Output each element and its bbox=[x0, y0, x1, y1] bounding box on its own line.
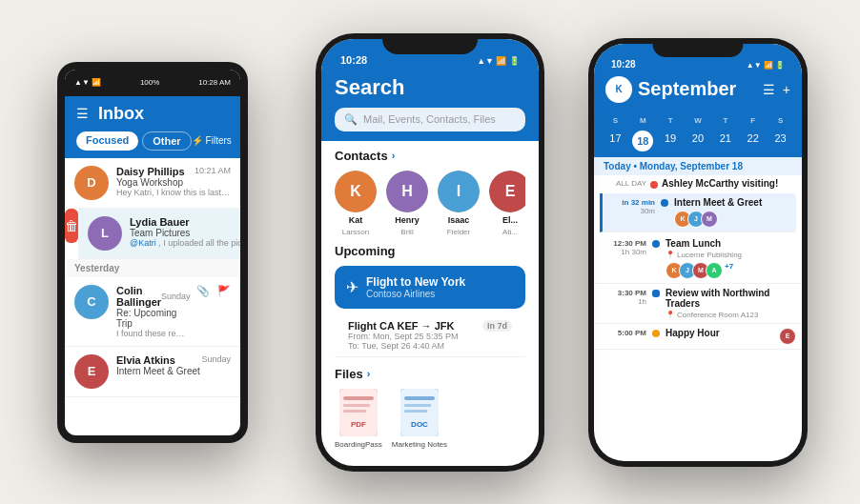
cal-event-body-intern: Intern Meet & Greet K J M bbox=[674, 197, 787, 228]
phone-left-screen: ▲▼ 📶 100% 10:28 AM ☰ Inbox Focused Other… bbox=[65, 70, 240, 435]
flight-badge: In 7d bbox=[482, 320, 512, 332]
avatar-3: M bbox=[701, 211, 718, 228]
file-boarding[interactable]: PDF BoardingPass bbox=[335, 389, 382, 449]
svg-rect-8 bbox=[404, 410, 427, 413]
email-subject-elvia: Intern Meet & Greet bbox=[116, 366, 231, 376]
upcoming-event-info: Flight to New York Contoso Airlines bbox=[366, 275, 465, 299]
tab-other[interactable]: Other bbox=[142, 131, 191, 151]
svg-rect-6 bbox=[404, 396, 435, 400]
file-name-boarding: BoardingPass bbox=[335, 440, 382, 449]
cal-event-lunch[interactable]: 12:30 PM 1h 30m Team Lunch 📍 Lucerne Pub… bbox=[594, 234, 802, 284]
cal-event-intern[interactable]: in 32 min 30m Intern Meet & Greet K J M bbox=[600, 193, 796, 232]
phone-right: 10:28 ▲▼ 📶 🔋 K September ☰ + bbox=[588, 38, 808, 467]
email-content-colin: Colin Ballinger Sunday Re: Upcoming Trip… bbox=[116, 285, 189, 338]
phone-left: ▲▼ 📶 100% 10:28 AM ☰ Inbox Focused Other… bbox=[57, 62, 248, 443]
avatar-colin: C bbox=[74, 285, 109, 319]
contact-el[interactable]: E El... Ati... bbox=[489, 171, 525, 236]
upcoming-flight[interactable]: ✈ Flight to New York Contoso Airlines bbox=[335, 266, 525, 309]
delete-action[interactable]: 🗑 bbox=[65, 209, 78, 243]
email-item-daisy[interactable]: D Daisy Phillips 10:21 AM Yoga Workshop … bbox=[65, 158, 240, 209]
files-chevron[interactable]: › bbox=[367, 368, 371, 379]
svg-rect-7 bbox=[404, 404, 431, 407]
day-f: F bbox=[739, 116, 767, 125]
flight-item[interactable]: Flight CA KEF → JFK In 7d From: Mon, Sep… bbox=[335, 314, 525, 357]
file-name-marketing: Marketing Notes bbox=[392, 440, 447, 449]
contact-name-el: El... bbox=[502, 215, 518, 225]
inbox-filter-bar: Focused Other ⚡ Filters bbox=[65, 131, 240, 158]
contact-lastname-isaac: Fielder bbox=[447, 228, 470, 236]
upcoming-subtitle: Contoso Airlines bbox=[366, 289, 465, 299]
avatar-elvia: E bbox=[74, 354, 109, 389]
date-22[interactable]: 22 bbox=[739, 131, 767, 151]
left-status-battery: 100% bbox=[140, 78, 159, 87]
date-19[interactable]: 19 bbox=[657, 131, 685, 151]
date-23[interactable]: 23 bbox=[767, 131, 794, 151]
contact-name-henry: Henry bbox=[395, 215, 420, 225]
all-day-event[interactable]: ALL DAY Ashley McCarthy visiting! bbox=[594, 175, 802, 192]
email-name: Daisy Phillips bbox=[116, 166, 185, 177]
day-t2: T bbox=[711, 116, 739, 125]
cal-event-happy[interactable]: 5:00 PM Happy Hour E bbox=[594, 324, 802, 350]
cal-time-happy: 5:00 PM bbox=[604, 328, 646, 337]
date-18[interactable]: 18 bbox=[632, 131, 653, 151]
contact-lastname-henry: Brill bbox=[400, 228, 413, 236]
email-name-lydia: Lydia Bauer bbox=[130, 216, 240, 228]
contact-kat[interactable]: K Kat Larsson bbox=[335, 171, 377, 236]
filters-button[interactable]: ⚡ Filters bbox=[192, 135, 232, 146]
lunch-avatar-4: A bbox=[706, 262, 723, 279]
date-17[interactable]: 17 bbox=[602, 131, 629, 151]
cal-today-label: Today • Monday, September 18 bbox=[594, 157, 802, 175]
right-status-icons: ▲▼ 📶 🔋 bbox=[747, 61, 785, 70]
cal-user-avatar[interactable]: K bbox=[605, 76, 632, 103]
cal-event-review[interactable]: 3:30 PM 1h Review with Northwind Traders… bbox=[594, 284, 802, 324]
search-header: Search 🔍 Mail, Events, Contacts, Files bbox=[321, 70, 539, 141]
contact-henry[interactable]: H Henry Brill bbox=[386, 171, 428, 236]
cal-header: K September ☰ + bbox=[594, 72, 802, 116]
hamburger-icon[interactable]: ☰ bbox=[76, 106, 89, 121]
review-location: Conference Room A123 bbox=[677, 311, 758, 319]
files-label: Files › bbox=[335, 367, 525, 381]
cal-month-row: K September bbox=[605, 76, 736, 103]
contact-avatar-kat: K bbox=[335, 171, 377, 212]
cal-time-intern: in 32 min 30m bbox=[612, 197, 655, 215]
cal-time-lunch: 12:30 PM 1h 30m bbox=[604, 238, 646, 256]
cal-event-body-review: Review with Northwind Traders 📍 Conferen… bbox=[665, 288, 792, 319]
inbox-title: Inbox bbox=[98, 104, 229, 124]
happy-title: Happy Hour bbox=[665, 328, 773, 338]
email-content-daisy: Daisy Phillips 10:21 AM Yoga Workshop He… bbox=[116, 166, 231, 197]
file-icon-marketing: DOC bbox=[400, 389, 439, 436]
lunch-title: Team Lunch bbox=[665, 238, 792, 249]
cal-header-row: K September ☰ + bbox=[605, 76, 790, 103]
file-marketing[interactable]: DOC Marketing Notes bbox=[392, 389, 447, 449]
email-preview-colin: I found these restaurants near our... bbox=[116, 329, 189, 338]
flag-icon: 🚩 bbox=[217, 285, 231, 297]
date-21[interactable]: 21 bbox=[711, 131, 739, 151]
cal-event-body-lunch: Team Lunch 📍 Lucerne Publishing K J M A … bbox=[665, 238, 792, 279]
contacts-chevron[interactable]: › bbox=[392, 150, 396, 161]
email-item-lydia[interactable]: L Lydia Bauer Team Pictures @Katri , I u… bbox=[78, 209, 240, 259]
email-item-elvia[interactable]: E Elvia Atkins Sunday Intern Meet & Gree… bbox=[65, 347, 240, 397]
date-20[interactable]: 20 bbox=[685, 131, 712, 151]
review-icon bbox=[652, 290, 660, 297]
contact-isaac[interactable]: I Isaac Fielder bbox=[438, 171, 480, 236]
lunch-extra: +7 bbox=[725, 262, 733, 279]
phones-container: ▲▼ 📶 100% 10:28 AM ☰ Inbox Focused Other… bbox=[0, 0, 860, 504]
svg-rect-2 bbox=[343, 404, 370, 407]
tab-focused[interactable]: Focused bbox=[76, 131, 138, 151]
email-item-colin[interactable]: C Colin Ballinger Sunday Re: Upcoming Tr… bbox=[65, 277, 240, 347]
files-row: PDF BoardingPass DOC bbox=[335, 389, 525, 449]
search-bar[interactable]: 🔍 Mail, Events, Contacts, Files bbox=[335, 108, 525, 131]
contact-name-kat: Kat bbox=[349, 215, 363, 225]
email-subject-colin: Re: Upcoming Trip bbox=[116, 308, 189, 329]
review-title: Review with Northwind Traders bbox=[665, 288, 792, 309]
plane-icon: ✈ bbox=[346, 278, 358, 296]
add-event-icon[interactable]: + bbox=[783, 82, 790, 97]
upcoming-section: Upcoming ✈ Flight to New York Contoso Ai… bbox=[321, 240, 539, 361]
contacts-label: Contacts › bbox=[335, 149, 525, 163]
cal-month: September bbox=[638, 78, 736, 100]
lunch-location: Lucerne Publishing bbox=[677, 251, 742, 259]
day-s1: S bbox=[602, 116, 629, 125]
list-view-icon[interactable]: ☰ bbox=[763, 82, 775, 97]
flash-icon: ⚡ bbox=[192, 135, 203, 146]
cal-time-review: 3:30 PM 1h bbox=[604, 288, 646, 306]
